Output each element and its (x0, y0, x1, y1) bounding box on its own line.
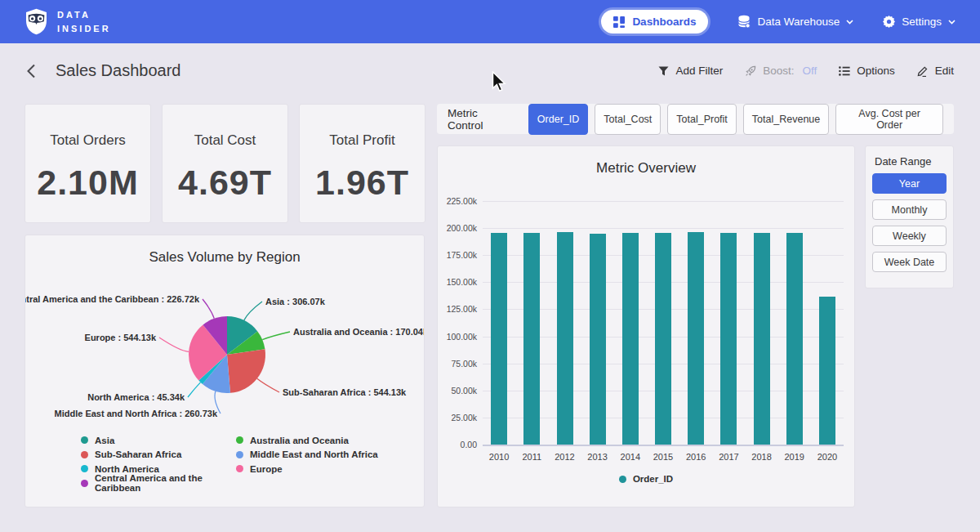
filter-funnel-icon (658, 66, 669, 76)
legend-dot (81, 480, 88, 487)
legend-dot (81, 451, 88, 458)
options-label: Options (857, 65, 895, 77)
back-button[interactable] (26, 64, 36, 78)
x-axis-label-2011: 2011 (515, 452, 548, 462)
bar-2014[interactable] (622, 233, 639, 445)
bar-chart-card: Metric Overview 0.0025.00k50.00k75.00k10… (437, 145, 855, 507)
pie-callout-line (159, 338, 189, 351)
legend-label: Europe (250, 464, 283, 474)
date-range-panel: Date Range YearMonthlyWeeklyWeek Date (865, 145, 954, 288)
pie-legend-item-australia-and-oceania[interactable]: Australia and Oceania (236, 435, 378, 445)
kpi-card-total-orders: Total Orders 2.10M (24, 104, 151, 223)
settings-nav-item[interactable]: Settings (883, 16, 956, 28)
kpi-card-total-cost: Total Cost 4.69T (162, 104, 288, 223)
metric-control-label: Metric Control (448, 107, 516, 132)
metric-chip-total-profit[interactable]: Total_Profit (667, 104, 737, 135)
pie-legend-item-asia[interactable]: Asia (81, 435, 236, 445)
bar-2016[interactable] (688, 232, 704, 445)
pie-legend-item-europe[interactable]: Europe (236, 463, 378, 474)
date-range-button-monthly[interactable]: Monthly (872, 199, 947, 220)
x-axis-label-2016: 2016 (679, 452, 712, 462)
y-axis-tick: 150.00k (438, 277, 477, 287)
legend-dot (236, 465, 243, 472)
bar-chart-legend[interactable]: Order_ID (438, 474, 854, 484)
metric-chip-order-id[interactable]: Order_ID (528, 104, 588, 135)
rocket-icon (745, 65, 756, 77)
pie-label-australia-and-oceania: Australia and Oceania : 170.04k (293, 327, 424, 337)
pie-legend-item-middle-east-and-north-africa[interactable]: Middle East and North Africa (236, 449, 378, 460)
y-axis-tick: 200.00k (438, 223, 477, 233)
pencil-icon (917, 65, 929, 77)
pie-label-central-america-and-the-caribbean: Central America and the Caribbean : 226.… (25, 294, 200, 304)
dashboards-label: Dashboards (632, 16, 696, 28)
brand-logo: DATA INSIDER (24, 8, 111, 35)
legend-dot (619, 476, 626, 483)
pie-callout-line (262, 332, 290, 340)
options-button[interactable]: Options (839, 65, 895, 77)
bar-2011[interactable] (523, 233, 540, 445)
bar-2012[interactable] (557, 232, 573, 445)
y-axis-tick: 175.00k (438, 250, 477, 260)
kpi-value: 1.96T (300, 163, 425, 203)
pie-slice-sub-saharan-africa[interactable] (227, 349, 265, 393)
chevron-left-icon (26, 64, 36, 78)
x-axis-label-2019: 2019 (778, 452, 811, 462)
settings-label: Settings (902, 16, 942, 28)
bar-2013[interactable] (590, 234, 606, 445)
y-axis-tick: 100.00k (438, 332, 477, 342)
date-range-label: Date Range (875, 155, 947, 168)
kpi-value: 2.10M (25, 163, 150, 203)
bar-2019[interactable] (786, 233, 803, 445)
date-range-button-weekly[interactable]: Weekly (872, 226, 947, 246)
metric-chip-total-cost[interactable]: Total_Cost (595, 104, 661, 135)
pie-label-sub-saharan-africa: Sub-Saharan Africa : 544.13k (283, 387, 407, 397)
kpi-label: Total Orders (25, 132, 150, 149)
x-axis-label-2014: 2014 (614, 452, 647, 462)
metric-chip-group: Order_IDTotal_CostTotal_ProfitTotal_Reve… (528, 104, 943, 135)
kpi-card-total-profit: Total Profit 1.96T (299, 104, 425, 223)
date-range-button-week-date[interactable]: Week Date (872, 252, 947, 272)
x-axis-line (483, 445, 844, 446)
chevron-down-icon (846, 20, 853, 25)
y-axis-tick: 50.00k (438, 386, 477, 396)
gridline (483, 201, 844, 202)
pie-label-europe: Europe : 544.13k (85, 333, 157, 342)
pie-chart-card: Sales Volume by Region Asia : 306.07kAus… (24, 235, 425, 507)
x-axis-label-2010: 2010 (483, 452, 515, 462)
legend-dot (236, 451, 243, 458)
dashboards-nav-button[interactable]: Dashboards (601, 10, 708, 34)
bar-2017[interactable] (720, 233, 737, 445)
legend-label: North America (95, 464, 159, 474)
date-range-button-group: YearMonthlyWeeklyWeek Date (872, 173, 947, 272)
pie-legend: AsiaAustralia and OceaniaSub-Saharan Afr… (81, 435, 378, 489)
bar-2018[interactable] (754, 233, 770, 445)
list-options-icon (839, 66, 850, 76)
pie-callout-line (203, 299, 214, 319)
pie-callout-line (188, 382, 201, 397)
data-warehouse-nav-item[interactable]: Data Warehouse (737, 15, 853, 29)
pie-legend-item-central-america-and-the-caribbean[interactable]: Central America and the Caribbean (81, 478, 236, 489)
data-warehouse-label: Data Warehouse (757, 16, 840, 28)
kpi-value: 4.69T (163, 163, 287, 203)
pie-callout-line (257, 378, 279, 392)
add-filter-button[interactable]: Add Filter (658, 65, 723, 77)
boost-toggle[interactable]: Boost:Off (745, 65, 817, 77)
y-axis-tick: 75.00k (438, 359, 477, 369)
pie-legend-item-sub-saharan-africa[interactable]: Sub-Saharan Africa (81, 449, 236, 460)
bar-2010[interactable] (491, 233, 507, 445)
metric-chip-avg-cost-per-order[interactable]: Avg. Cost per Order (835, 104, 943, 135)
x-axis-label-2012: 2012 (548, 452, 581, 462)
bar-2020[interactable] (819, 297, 835, 445)
metric-chip-total-revenue[interactable]: Total_Revenue (743, 104, 829, 135)
database-icon (737, 15, 751, 29)
date-range-button-year[interactable]: Year (872, 173, 947, 194)
pie-label-asia: Asia : 306.07k (265, 297, 326, 306)
edit-button[interactable]: Edit (917, 65, 954, 77)
legend-label: Middle East and North Africa (250, 449, 378, 459)
page-header: Sales Dashboard Add Filter Boost:Off Opt (0, 43, 980, 98)
bar-chart-title: Metric Overview (438, 160, 854, 177)
legend-label: Central America and the Caribbean (95, 473, 236, 493)
add-filter-label: Add Filter (675, 65, 723, 77)
bar-2015[interactable] (655, 233, 671, 445)
y-axis-tick: 225.00k (438, 196, 477, 206)
